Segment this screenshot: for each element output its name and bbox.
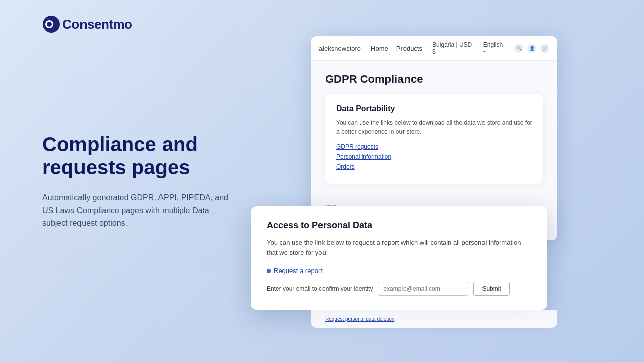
nav-right: Bulgaria | USD $ English ~ 🔍 👤 🛒: [432, 41, 549, 55]
floating-card-desc: You can use the link below to request a …: [267, 238, 531, 258]
request-report-link[interactable]: Request a report: [274, 267, 323, 275]
store-name: aleksnewstore: [319, 45, 361, 52]
language-selector[interactable]: English ~: [483, 41, 507, 55]
search-icon[interactable]: 🔍: [514, 44, 523, 53]
gdpr-requests-link[interactable]: GDPR requests: [336, 143, 532, 150]
delete-data-link[interactable]: Request personal data deletion: [325, 316, 394, 322]
svg-point-2: [47, 22, 52, 27]
logo-icon: [42, 15, 60, 33]
data-portability-card: Data Portability You can use the links b…: [325, 94, 543, 184]
subtext: Automatically generated GDPR, APPI, PIPE…: [42, 191, 233, 230]
logo-text: Consentmo: [62, 17, 132, 32]
email-input[interactable]: [378, 282, 468, 296]
email-label: Enter your email to confirm your identit…: [267, 285, 373, 292]
currency-selector[interactable]: Bulgaria | USD $: [432, 41, 476, 55]
left-content: Compliance and requests pages Automatica…: [42, 133, 274, 230]
headline: Compliance and requests pages: [42, 133, 274, 179]
nav-icons: 🔍 👤 🛒: [514, 44, 549, 53]
floating-card-title: Access to Personal Data: [267, 220, 531, 231]
submit-button[interactable]: Submit: [473, 282, 509, 296]
floating-card: Access to Personal Data You can use the …: [251, 206, 547, 310]
personal-info-link[interactable]: Personal information: [336, 153, 532, 160]
bottom-strip: Request personal data deletion: [311, 310, 557, 328]
nav-links: Home Products: [371, 45, 422, 52]
request-link-dot: [267, 269, 271, 273]
nav-link-home[interactable]: Home: [371, 45, 388, 52]
email-row: Enter your email to confirm your identit…: [267, 282, 531, 296]
cart-icon[interactable]: 🛒: [540, 44, 549, 53]
page-title: GDPR Compliance: [325, 73, 543, 86]
nav-link-products[interactable]: Products: [396, 45, 422, 52]
orders-link[interactable]: Orders: [336, 163, 532, 170]
request-link-row: Request a report: [267, 267, 531, 275]
card-title: Data Portability: [336, 104, 532, 113]
card-desc: You can use the links below to download …: [336, 118, 532, 136]
browser-nav: aleksnewstore Home Products Bulgaria | U…: [311, 36, 557, 61]
account-icon[interactable]: 👤: [527, 44, 536, 53]
browser-body: GDPR Compliance Data Portability You can…: [311, 61, 557, 200]
logo: Consentmo: [42, 15, 132, 33]
